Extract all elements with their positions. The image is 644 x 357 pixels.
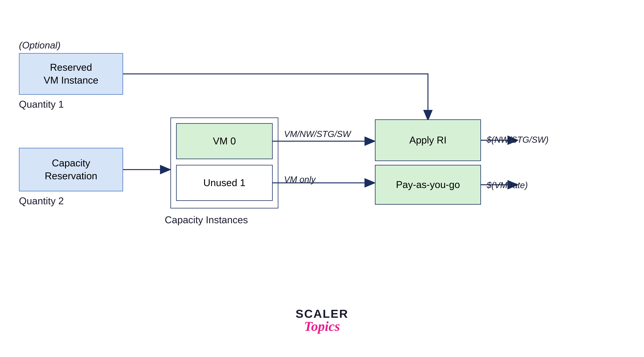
capacity-reservation-box: CapacityReservation — [19, 148, 123, 191]
pay-as-you-go-box: Pay-as-you-go — [375, 165, 481, 205]
reserved-vm-label: ReservedVM Instance — [44, 61, 98, 87]
unused1-box: Unused 1 — [176, 165, 273, 201]
topics-text: Topics — [296, 318, 348, 334]
vm0-box: VM 0 — [176, 123, 273, 159]
capacity-reservation-label: CapacityReservation — [45, 157, 97, 182]
cost-nw-stg-sw-label: $(NW/STG/SW) — [487, 135, 548, 145]
quantity1-label: Quantity 1 — [19, 99, 64, 110]
quantity2-label: Quantity 2 — [19, 195, 64, 207]
vm-only-label: VM only — [284, 174, 316, 185]
optional-label: (Optional) — [19, 40, 60, 51]
scaler-topics-logo: SCALER Topics — [296, 307, 348, 334]
unused1-label: Unused 1 — [203, 176, 246, 189]
apply-ri-label: Apply RI — [410, 134, 447, 147]
cost-vm-rate-label: $(VM rate) — [487, 180, 528, 190]
capacity-instances-label: Capacity Instances — [165, 214, 248, 225]
apply-ri-box: Apply RI — [375, 119, 481, 161]
vm-nw-stg-sw-label: VM/NW/STG/SW — [284, 129, 351, 139]
vm0-label: VM 0 — [213, 135, 236, 148]
diagram-container: (Optional) ReservedVM Instance Quantity … — [0, 0, 644, 357]
reserved-vm-instance-box: ReservedVM Instance — [19, 53, 123, 95]
pay-as-you-go-label: Pay-as-you-go — [396, 178, 460, 191]
